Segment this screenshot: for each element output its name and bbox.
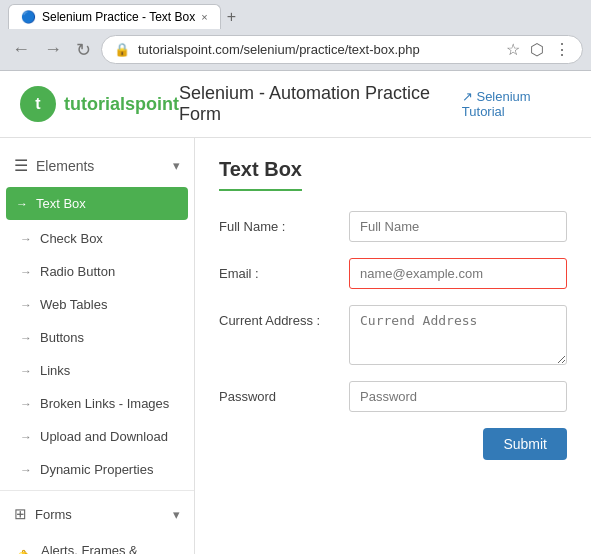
forms-group-left: ⊞ Forms <box>14 505 72 523</box>
sidebar-item-label-text-box: Text Box <box>36 196 86 211</box>
arrow-icon-dynamic-properties: → <box>20 463 32 477</box>
sidebar-item-radio-button[interactable]: → Radio Button <box>0 255 194 288</box>
star-icon[interactable]: ☆ <box>506 40 520 59</box>
password-label: Password <box>219 381 349 404</box>
alerts-group-label: Alerts, Frames & Windows <box>41 543 173 554</box>
full-name-input[interactable] <box>349 211 567 242</box>
address-bar[interactable]: 🔒 tutorialspoint.com/selenium/practice/t… <box>101 35 583 64</box>
sidebar-item-label-radio-button: Radio Button <box>40 264 115 279</box>
arrow-icon-web-tables: → <box>20 298 32 312</box>
menu-icon[interactable]: ⋮ <box>554 40 570 59</box>
arrow-icon-buttons: → <box>20 331 32 345</box>
email-label: Email : <box>219 258 349 281</box>
site-header: t tutorialspoint Selenium - Automation P… <box>0 71 591 138</box>
full-name-label: Full Name : <box>219 211 349 234</box>
sidebar-item-label-web-tables: Web Tables <box>40 297 107 312</box>
tab-label: Selenium Practice - Text Box <box>42 10 195 24</box>
site-title: Selenium - Automation Practice Form <box>179 83 462 125</box>
current-address-input[interactable] <box>349 305 567 365</box>
elements-chevron-icon: ▾ <box>173 158 180 173</box>
sidebar-item-links[interactable]: → Links <box>0 354 194 387</box>
tab-close-button[interactable]: × <box>201 11 207 23</box>
arrow-icon-broken-links: → <box>20 397 32 411</box>
logo-name-bold: point <box>135 94 179 114</box>
sidebar-item-buttons[interactable]: → Buttons <box>0 321 194 354</box>
sidebar-item-label-upload-download: Upload and Download <box>40 429 168 444</box>
browser-toolbar: ← → ↻ 🔒 tutorialspoint.com/selenium/prac… <box>0 29 591 71</box>
tab-bar: 🔵 Selenium Practice - Text Box × + <box>0 0 591 29</box>
sidebar-group-alerts[interactable]: 🔔 Alerts, Frames & Windows ▾ <box>0 533 194 554</box>
sidebar-item-text-box[interactable]: → Text Box <box>6 187 188 220</box>
tutorial-link[interactable]: ↗ Selenium Tutorial <box>462 89 571 119</box>
sidebar-item-check-box[interactable]: → Check Box <box>0 222 194 255</box>
arrow-icon-upload-download: → <box>20 430 32 444</box>
new-tab-button[interactable]: + <box>221 6 242 28</box>
section-header-left: ☰ Elements <box>14 156 94 175</box>
forms-grid-icon: ⊞ <box>14 505 27 523</box>
alerts-bell-icon: 🔔 <box>14 549 33 554</box>
sidebar-divider-1 <box>0 490 194 491</box>
forward-button[interactable]: → <box>40 37 66 62</box>
elements-section-header[interactable]: ☰ Elements ▾ <box>0 146 194 185</box>
elements-section-label: Elements <box>36 158 94 174</box>
email-input[interactable] <box>349 258 567 289</box>
sidebar-item-label-check-box: Check Box <box>40 231 103 246</box>
url-text: tutorialspoint.com/selenium/practice/tex… <box>138 42 498 57</box>
logo-letter: t <box>35 95 40 113</box>
logo-text: tutorialspoint <box>64 94 179 115</box>
forms-group-label: Forms <box>35 507 72 522</box>
main-layout: ☰ Elements ▾ → Text Box → Check Box → Ra… <box>0 138 591 554</box>
sidebar-item-label-links: Links <box>40 363 70 378</box>
logo-icon: t <box>20 86 56 122</box>
extension-icon: ⬡ <box>530 40 544 59</box>
arrow-icon-radio-button: → <box>20 265 32 279</box>
arrow-icon-text-box: → <box>16 197 28 211</box>
browser-action-icons: ☆ ⬡ ⋮ <box>506 40 570 59</box>
content-area: Text Box Full Name : Email : Current Add… <box>195 138 591 554</box>
hamburger-icon: ☰ <box>14 156 28 175</box>
email-group: Email : <box>219 258 567 289</box>
page-title: Text Box <box>219 158 302 191</box>
sidebar-item-upload-download[interactable]: → Upload and Download <box>0 420 194 453</box>
logo: t tutorialspoint <box>20 86 179 122</box>
full-name-group: Full Name : <box>219 211 567 242</box>
tab-favicon: 🔵 <box>21 10 36 24</box>
current-address-label: Current Address : <box>219 305 349 328</box>
alerts-chevron-icon: ▾ <box>173 551 180 555</box>
submit-button[interactable]: Submit <box>483 428 567 460</box>
current-address-group: Current Address : <box>219 305 567 365</box>
sidebar-item-label-dynamic-properties: Dynamic Properties <box>40 462 153 477</box>
forms-chevron-icon: ▾ <box>173 507 180 522</box>
password-input[interactable] <box>349 381 567 412</box>
sidebar-item-web-tables[interactable]: → Web Tables <box>0 288 194 321</box>
refresh-button[interactable]: ↻ <box>72 37 95 63</box>
arrow-icon-links: → <box>20 364 32 378</box>
active-tab[interactable]: 🔵 Selenium Practice - Text Box × <box>8 4 221 29</box>
logo-name-plain: tutorials <box>64 94 135 114</box>
arrow-icon-check-box: → <box>20 232 32 246</box>
back-button[interactable]: ← <box>8 37 34 62</box>
alerts-group-left: 🔔 Alerts, Frames & Windows <box>14 543 173 554</box>
sidebar: ☰ Elements ▾ → Text Box → Check Box → Ra… <box>0 138 195 554</box>
sidebar-item-broken-links[interactable]: → Broken Links - Images <box>0 387 194 420</box>
sidebar-item-dynamic-properties[interactable]: → Dynamic Properties <box>0 453 194 486</box>
sidebar-group-forms[interactable]: ⊞ Forms ▾ <box>0 495 194 533</box>
sidebar-item-label-broken-links: Broken Links - Images <box>40 396 169 411</box>
lock-icon: 🔒 <box>114 42 130 57</box>
password-group: Password <box>219 381 567 412</box>
sidebar-item-label-buttons: Buttons <box>40 330 84 345</box>
